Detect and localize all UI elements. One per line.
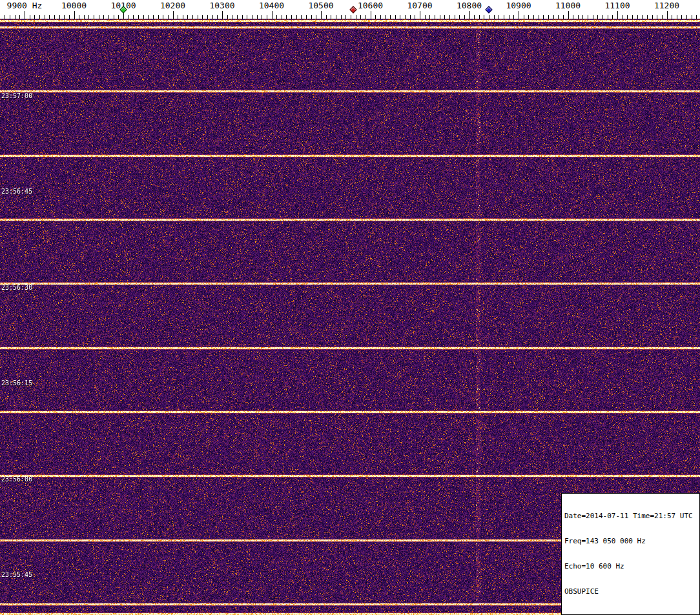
- axis-tick: [632, 15, 633, 19]
- axis-tick: [10, 15, 10, 19]
- axis-tick: [247, 15, 247, 19]
- axis-tick: [662, 15, 663, 19]
- spectrogram-app: 9900 Hz100001010010200103001040010500106…: [0, 0, 700, 615]
- axis-tick: [568, 11, 569, 19]
- axis-tick: [25, 11, 25, 19]
- axis-tick: [79, 15, 79, 19]
- axis-tick: [623, 15, 623, 19]
- axis-tick: [143, 15, 144, 19]
- axis-tick: [54, 15, 55, 19]
- time-label: 23:55:45: [1, 571, 32, 578]
- axis-tick: [158, 15, 159, 19]
- info-box: Date=2014-07-11 Time=21:57 UTC Freq=143 …: [561, 493, 700, 615]
- axis-tick: [187, 15, 188, 19]
- axis-tick: [118, 15, 119, 19]
- axis-tick: [148, 15, 149, 19]
- axis-tick: [597, 15, 598, 19]
- time-label: 23:56:45: [1, 188, 32, 195]
- axis-tick: [558, 15, 559, 19]
- axis-tick: [582, 15, 583, 19]
- axis-tick: [519, 11, 519, 19]
- axis-tick: [242, 15, 243, 19]
- axis-tick: [681, 15, 682, 19]
- axis-tick: [19, 15, 20, 19]
- axis-tick: [573, 15, 573, 19]
- axis-tick: [202, 15, 203, 19]
- axis-tick: [311, 15, 312, 19]
- info-date-line: Date=2014-07-11 Time=21:57 UTC: [564, 512, 697, 520]
- axis-tick: [69, 15, 70, 19]
- axis-tick: [405, 15, 406, 19]
- info-freq-line: Freq=143 050 000 Hz: [564, 537, 697, 545]
- axis-tick: [588, 15, 588, 19]
- axis-tick: [415, 15, 415, 19]
- axis-tick: [440, 15, 440, 19]
- axis-tick: [563, 15, 564, 19]
- axis-tick: [88, 15, 89, 19]
- axis-tick: [429, 15, 430, 19]
- axis-tick: [222, 11, 223, 19]
- freq-label: 10300: [209, 1, 234, 10]
- axis-tick: [351, 15, 351, 19]
- axis-tick: [39, 15, 40, 19]
- freq-label: 10800: [457, 1, 482, 10]
- axis-tick: [494, 15, 495, 19]
- axis-tick: [103, 15, 104, 19]
- axis-tick: [84, 15, 85, 19]
- axis-tick: [34, 15, 35, 19]
- axis-tick: [380, 15, 381, 19]
- axis-tick: [479, 15, 480, 19]
- freq-label: 10000: [61, 1, 87, 10]
- axis-tick: [94, 15, 94, 19]
- axis-tick: [276, 15, 277, 19]
- axis-tick: [286, 15, 287, 19]
- axis-tick: [326, 15, 327, 19]
- axis-tick: [686, 15, 687, 19]
- axis-tick: [15, 15, 15, 19]
- axis-tick: [435, 15, 435, 19]
- axis-tick: [484, 15, 484, 19]
- axis-tick: [524, 15, 524, 19]
- freq-label: 10600: [358, 1, 383, 10]
- axis-tick: [356, 15, 356, 19]
- axis-tick: [513, 15, 514, 19]
- axis-tick: [509, 15, 510, 19]
- axis-tick: [267, 15, 267, 19]
- axis-tick: [173, 11, 174, 19]
- axis-tick: [548, 15, 549, 19]
- axis-tick: [672, 15, 672, 19]
- axis-tick: [64, 15, 65, 19]
- axis-tick: [627, 15, 628, 19]
- axis-tick: [400, 15, 400, 19]
- axis-tick: [410, 15, 411, 19]
- axis-tick: [198, 15, 198, 19]
- time-label: 23:56:15: [1, 379, 32, 387]
- axis-tick: [74, 11, 75, 19]
- axis-tick: [444, 15, 445, 19]
- info-station-line: OBSUPICE: [564, 587, 697, 596]
- time-label: 23:56:30: [1, 284, 32, 291]
- axis-tick: [272, 11, 273, 19]
- axis-tick: [578, 15, 579, 19]
- axis-tick: [608, 15, 608, 19]
- axis-tick: [237, 15, 238, 19]
- axis-tick: [301, 15, 302, 19]
- axis-tick: [345, 15, 346, 19]
- axis-tick: [617, 11, 618, 19]
- axis-tick: [390, 15, 391, 19]
- axis-tick: [331, 15, 331, 19]
- axis-tick: [232, 15, 232, 19]
- axis-tick: [114, 15, 114, 19]
- axis-tick: [543, 15, 544, 19]
- axis-tick: [474, 15, 475, 19]
- axis-tick: [257, 15, 258, 19]
- freq-label: 9900 Hz: [7, 1, 43, 10]
- axis-tick: [163, 15, 163, 19]
- axis-tick: [316, 15, 316, 19]
- axis-tick: [642, 15, 643, 19]
- axis-tick: [129, 15, 129, 19]
- frequency-axis-ticks: [0, 10, 700, 19]
- axis-tick: [291, 15, 292, 19]
- axis-tick: [677, 15, 677, 19]
- freq-label: 10700: [407, 1, 432, 10]
